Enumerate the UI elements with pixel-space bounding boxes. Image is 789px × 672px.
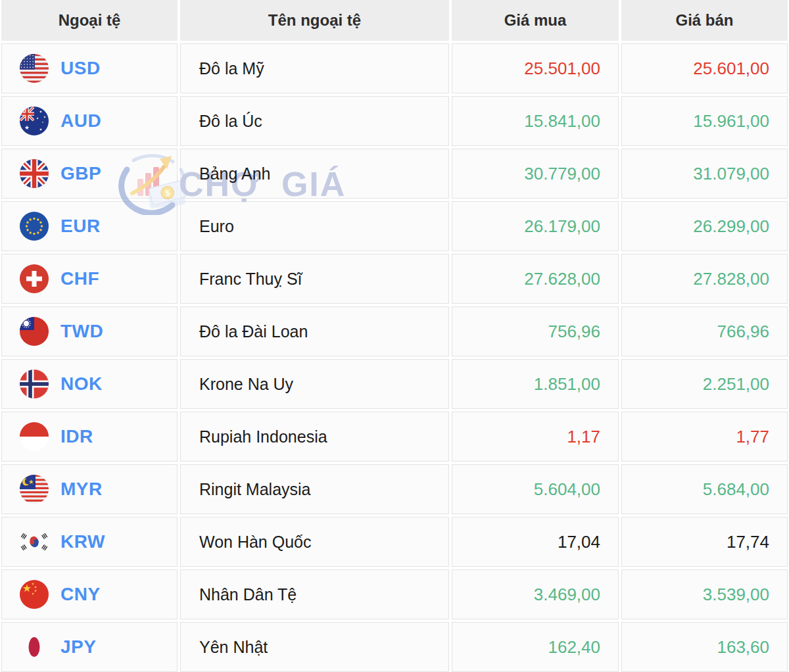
flag-container [20,264,49,293]
sell-price-cell: 26.299,00 [621,201,788,251]
flag-container [20,370,49,398]
buy-price-cell: 27.628,00 [452,254,619,304]
page: Ngoại tệ Tên ngoại tệ Giá mua Giá bán US… [1,0,788,672]
flag-container [20,159,49,188]
sell-price-cell: 31.079,00 [621,149,788,199]
buy-price-cell: 26.179,00 [452,201,619,251]
currency-name: Yên Nhật [199,638,268,657]
buy-price: 25.501,00 [524,59,600,79]
currency-cell: EUR [1,201,178,251]
sell-price-cell: 163,60 [621,622,788,672]
currency-name-cell: Rupiah Indonesia [180,412,449,462]
currency-name: Rupiah Indonesia [199,427,327,446]
currency-code-link[interactable]: IDR [60,426,93,447]
column-header-buy: Giá mua [452,0,619,41]
currency-name-cell: Krone Na Uy [180,359,449,409]
flag-container [20,580,49,609]
sell-price: 25.601,00 [693,59,769,79]
sell-price: 17,74 [727,532,769,552]
currency-name: Nhân Dân Tệ [199,585,297,604]
buy-price-cell: 1,17 [452,412,619,462]
buy-price-cell: 756,96 [452,306,619,356]
currency-code-link[interactable]: USD [60,58,101,79]
flag-idr-icon [20,422,49,451]
currency-name-cell: Bảng Anh [180,149,449,199]
buy-price-cell: 15.841,00 [452,96,619,146]
sell-price-cell: 17,74 [621,517,788,567]
flag-usd-icon [20,54,49,83]
currency-name-cell: Đô la Mỹ [180,43,449,93]
flag-gbp-icon [20,159,49,188]
sell-price-cell: 2.251,00 [621,359,788,409]
buy-price-cell: 25.501,00 [452,43,619,93]
flag-container [20,422,49,451]
sell-price-cell: 25.601,00 [621,43,788,93]
flag-container [20,475,49,504]
buy-price: 17,04 [558,532,600,552]
column-header-sell: Giá bán [621,0,788,41]
buy-price-cell: 5.604,00 [452,464,619,514]
buy-price: 1,17 [567,427,600,447]
currency-cell: IDR [1,412,178,462]
buy-price-cell: 30.779,00 [452,149,619,199]
buy-price: 15.841,00 [524,111,600,132]
currency-name-cell: Won Hàn Quốc [180,517,449,567]
currency-cell: CNY [1,569,178,619]
currency-code-link[interactable]: JPY [60,636,96,658]
currency-cell: USD [1,43,178,93]
sell-price-cell: 27.828,00 [621,254,788,304]
currency-code-link[interactable]: CHF [60,268,99,289]
flag-container [20,107,49,135]
currency-code-link[interactable]: EUR [60,216,101,237]
currency-code-link[interactable]: TWD [60,321,103,342]
sell-price: 766,96 [717,322,769,342]
currency-code-link[interactable]: AUD [60,110,101,132]
currency-name-cell: Yên Nhật [180,622,449,672]
currency-name-cell: Nhân Dân Tệ [180,569,449,619]
currency-code-link[interactable]: CNY [60,584,101,605]
currency-name-cell: Đô la Đài Loan [180,306,449,356]
currency-cell: GBP [1,149,178,199]
currency-cell: JPY [1,622,178,672]
buy-price-cell: 17,04 [452,517,619,567]
currency-name: Đô la Mỹ [199,59,264,78]
currency-code-link[interactable]: GBP [60,163,101,184]
buy-price: 5.604,00 [534,479,600,500]
currency-name: Franc Thuỵ Sĩ [199,270,302,289]
currency-name: Đô la Đài Loan [199,322,308,341]
buy-price: 27.628,00 [524,269,600,289]
buy-price: 26.179,00 [524,216,600,237]
sell-price: 15.961,00 [693,111,769,132]
flag-nok-icon [20,370,49,398]
flag-container [20,54,49,83]
flag-aud-icon [20,107,49,135]
currency-name: Ringit Malaysia [199,480,311,499]
buy-price-cell: 3.469,00 [452,569,619,619]
currency-cell: AUD [1,96,178,146]
currency-name-cell: Đô la Úc [180,96,449,146]
flag-jpy-icon [20,633,49,661]
sell-price-cell: 766,96 [621,306,788,356]
buy-price: 756,96 [548,322,600,342]
flag-container [20,633,49,661]
exchange-rate-table: Ngoại tệ Tên ngoại tệ Giá mua Giá bán US… [1,0,788,672]
currency-cell: NOK [1,359,178,409]
currency-name: Euro [199,217,234,236]
currency-name: Đô la Úc [199,112,262,131]
column-header-name: Tên ngoại tệ [180,0,449,41]
flag-eur-icon [20,212,49,241]
currency-name: Won Hàn Quốc [199,533,311,552]
currency-code-link[interactable]: NOK [60,373,103,395]
buy-price-cell: 162,40 [452,622,619,672]
sell-price-cell: 5.684,00 [621,464,788,514]
currency-name-cell: Franc Thuỵ Sĩ [180,254,449,304]
currency-name-cell: Euro [180,201,449,251]
currency-cell: CHF [1,254,178,304]
flag-cny-icon [20,580,49,609]
column-header-currency: Ngoại tệ [1,0,178,41]
currency-code-link[interactable]: MYR [60,479,103,500]
flag-chf-icon [20,264,49,293]
currency-name-cell: Ringit Malaysia [180,464,449,514]
currency-code-link[interactable]: KRW [60,531,105,552]
sell-price: 31.079,00 [693,164,769,184]
